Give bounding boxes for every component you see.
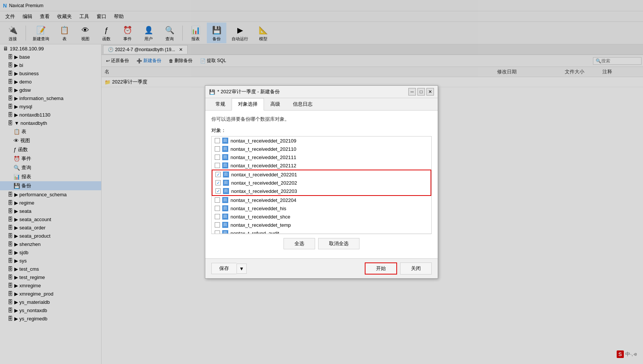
obj-checkbox-4[interactable]	[215, 172, 221, 177]
modal-minimize-btn[interactable]: ─	[408, 88, 416, 96]
save-dropdown-btn[interactable]: ▼	[237, 264, 247, 274]
modal-objects-label: 对象：	[211, 127, 432, 134]
obj-checkbox-0[interactable]	[215, 138, 220, 143]
modal-overlay: 💾 * 2022审计一季度 - 新建备份 ─ □ ✕ 常规 对象选择 高级 信息…	[0, 0, 643, 364]
modal-body: 你可以选择要备份哪个数据库对象。 对象： 田nontax_t_receivedd…	[205, 111, 438, 258]
obj-label-9: nontax_t_receiveddet_shce	[231, 214, 290, 220]
obj-label-6: nontax_t_receiveddet_202203	[231, 188, 297, 194]
obj-table-icon-11: 田	[222, 230, 228, 234]
obj-table-icon-0: 田	[222, 138, 228, 144]
start-btn[interactable]: 开始	[365, 262, 397, 275]
obj-checkbox-6[interactable]	[215, 188, 221, 194]
deselect-all-btn[interactable]: 取消全选	[318, 238, 359, 249]
action-buttons: 开始 关闭	[365, 262, 432, 275]
obj-table-icon-5: 田	[223, 180, 229, 186]
objects-list[interactable]: 田nontax_t_receiveddet_202109田nontax_t_re…	[211, 136, 432, 234]
object-item-6[interactable]: 田nontax_t_receiveddet_202203	[212, 187, 431, 195]
obj-checkbox-1[interactable]	[215, 146, 220, 152]
modal-close-action-btn[interactable]: 关闭	[400, 262, 432, 275]
object-item-8[interactable]: 田nontax_t_receiveddet_his	[212, 204, 431, 212]
modal-maximize-btn[interactable]: □	[417, 88, 425, 96]
obj-label-11: nontax_t_refund_audit	[231, 231, 279, 234]
object-item-3[interactable]: 田nontax_t_receiveddet_202112	[212, 161, 431, 170]
obj-label-0: nontax_t_receiveddet_202109	[231, 138, 296, 144]
obj-table-icon-1: 田	[222, 146, 228, 152]
obj-table-icon-7: 田	[222, 197, 228, 203]
obj-table-icon-3: 田	[222, 162, 228, 168]
modal-tab-log[interactable]: 信息日志	[287, 98, 319, 110]
obj-label-7: nontax_t_receiveddet_202204	[231, 197, 296, 203]
obj-table-icon-6: 田	[223, 188, 229, 194]
obj-checkbox-5[interactable]	[215, 180, 221, 185]
select-buttons: 全选 取消全选	[211, 234, 432, 253]
obj-checkbox-8[interactable]	[215, 206, 220, 211]
new-backup-modal: 💾 * 2022审计一季度 - 新建备份 ─ □ ✕ 常规 对象选择 高级 信息…	[205, 85, 438, 279]
obj-table-icon-2: 田	[222, 154, 228, 160]
obj-table-icon-9: 田	[222, 214, 228, 220]
selected-objects-group: 田nontax_t_receiveddet_202201田nontax_t_re…	[212, 170, 431, 196]
modal-tabs: 常规 对象选择 高级 信息日志	[205, 98, 438, 111]
object-item-10[interactable]: 田nontax_t_receiveddet_temp	[212, 221, 431, 229]
modal-tab-general[interactable]: 常规	[209, 98, 232, 110]
obj-label-5: nontax_t_receiveddet_202202	[231, 180, 297, 186]
obj-table-icon-8: 田	[222, 205, 228, 211]
object-item-4[interactable]: 田nontax_t_receiveddet_202201	[212, 170, 431, 179]
modal-bottom: 保存 ▼ 开始 关闭	[205, 258, 438, 278]
obj-table-icon-10: 田	[222, 222, 228, 228]
object-item-7[interactable]: 田nontax_t_receiveddet_202204	[212, 196, 431, 204]
obj-label-4: nontax_t_receiveddet_202201	[231, 172, 297, 177]
modal-tab-objects[interactable]: 对象选择	[232, 98, 264, 111]
object-item-9[interactable]: 田nontax_t_receiveddet_shce	[212, 212, 431, 221]
modal-icon: 💾	[209, 89, 215, 95]
object-item-1[interactable]: 田nontax_t_receiveddet_202110	[212, 145, 431, 153]
modal-titlebar: 💾 * 2022审计一季度 - 新建备份 ─ □ ✕	[205, 86, 438, 98]
obj-label-2: nontax_t_receiveddet_202111	[231, 155, 296, 160]
obj-checkbox-7[interactable]	[215, 197, 220, 203]
obj-label-10: nontax_t_receiveddet_temp	[231, 222, 291, 228]
select-all-btn[interactable]: 全选	[284, 238, 315, 249]
obj-checkbox-3[interactable]	[215, 163, 220, 168]
obj-label-3: nontax_t_receiveddet_202112	[231, 163, 296, 168]
obj-table-icon-4: 田	[223, 171, 229, 177]
save-btn[interactable]: 保存	[211, 263, 237, 274]
obj-label-8: nontax_t_receiveddet_his	[231, 206, 286, 211]
object-item-5[interactable]: 田nontax_t_receiveddet_202202	[212, 179, 431, 187]
modal-title: * 2022审计一季度 - 新建备份	[217, 88, 280, 95]
modal-title-group: 💾 * 2022审计一季度 - 新建备份	[209, 88, 280, 95]
modal-close-btn[interactable]: ✕	[426, 88, 434, 96]
obj-checkbox-10[interactable]	[215, 222, 220, 228]
obj-label-1: nontax_t_receiveddet_202110	[231, 146, 296, 152]
object-item-0[interactable]: 田nontax_t_receiveddet_202109	[212, 136, 431, 145]
modal-tab-advanced[interactable]: 高级	[264, 98, 287, 110]
modal-controls: ─ □ ✕	[408, 88, 434, 96]
obj-checkbox-9[interactable]	[215, 214, 220, 219]
modal-description: 你可以选择要备份哪个数据库对象。	[211, 116, 432, 123]
save-btn-group: 保存 ▼	[211, 263, 247, 274]
object-item-2[interactable]: 田nontax_t_receiveddet_202111	[212, 153, 431, 161]
object-item-11[interactable]: 田nontax_t_refund_audit	[212, 229, 431, 234]
obj-checkbox-2[interactable]	[215, 155, 220, 160]
obj-checkbox-11[interactable]	[215, 231, 220, 234]
